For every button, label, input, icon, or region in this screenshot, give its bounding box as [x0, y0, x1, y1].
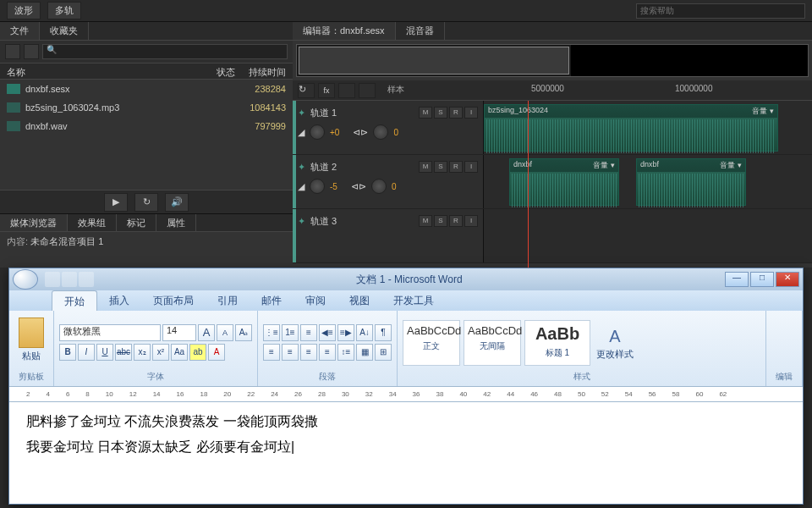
subscript-button[interactable]: x₂ — [134, 344, 151, 361]
italic-button[interactable]: I — [78, 344, 95, 361]
open-file-icon[interactable] — [24, 44, 39, 59]
solo-button[interactable]: S — [434, 161, 447, 173]
mute-button[interactable]: M — [419, 161, 432, 173]
font-name-select[interactable]: 微软雅黑 — [59, 324, 161, 341]
file-search-input[interactable]: 🔍 — [42, 44, 288, 59]
loop-button[interactable]: ↻ — [134, 193, 158, 212]
redo-icon[interactable] — [79, 272, 94, 287]
tab-markers[interactable]: 标记 — [117, 214, 156, 231]
tab-editor[interactable]: 编辑器：dnxbf.sesx — [293, 22, 396, 40]
col-duration[interactable]: 持续时间 — [235, 64, 286, 79]
help-search-input[interactable] — [636, 3, 805, 19]
ribbon-tab-7[interactable]: 开发工具 — [381, 290, 446, 311]
bold-button[interactable]: B — [59, 344, 76, 361]
close-button[interactable]: ✕ — [776, 272, 799, 287]
speaker-button[interactable]: 🔊 — [165, 193, 189, 212]
align-left-button[interactable]: ≡ — [263, 344, 280, 361]
track-name[interactable]: 轨道 1 — [310, 107, 414, 119]
borders-button[interactable]: ⊞ — [375, 344, 392, 361]
office-button[interactable] — [13, 269, 38, 290]
tab-mixer[interactable]: 混音器 — [396, 22, 445, 40]
file-row[interactable]: dnxbf.sesx 238284 — [0, 80, 293, 98]
file-row[interactable]: bz5sing_1063024.mp3 1084143 — [0, 98, 293, 117]
ribbon-tab-3[interactable]: 引用 — [206, 290, 250, 311]
waveform-mode-button[interactable]: 波形 — [7, 2, 41, 19]
send-icon[interactable] — [338, 83, 355, 98]
audio-clip[interactable]: dnxbf音量 ▾ — [636, 158, 746, 206]
font-size-select[interactable]: 14 — [162, 324, 196, 341]
track-header[interactable]: ✦ 轨道 3 M S R I — [293, 209, 484, 262]
change-case-button[interactable]: Aa — [171, 344, 188, 361]
word-titlebar[interactable]: 文档 1 - Microsoft Word — □ ✕ — [9, 268, 803, 290]
file-row[interactable]: dnxbf.wav 797999 — [0, 117, 293, 135]
style-item[interactable]: AaBbCcDd 正文 — [403, 320, 460, 366]
input-button[interactable]: I — [464, 215, 478, 227]
shading-button[interactable]: ▦ — [356, 344, 373, 361]
style-item[interactable]: AaBb 标题 1 — [524, 320, 590, 366]
track-name[interactable]: 轨道 2 — [310, 161, 414, 174]
superscript-button[interactable]: x² — [152, 344, 169, 361]
record-button[interactable]: R — [449, 215, 463, 227]
fx-icon[interactable]: fx — [318, 83, 335, 98]
track-header[interactable]: ✦ 轨道 2 M S R I ◢ -5 ⊲⊳ 0 — [293, 155, 484, 208]
multitrack-mode-button[interactable]: 多轨 — [47, 2, 81, 19]
solo-button[interactable]: S — [434, 215, 447, 227]
clear-format-button[interactable]: Aₐ — [235, 324, 252, 341]
pan-knob[interactable] — [373, 124, 388, 140]
overview-selection[interactable] — [299, 47, 569, 75]
paste-button[interactable]: 粘贴 — [14, 318, 48, 368]
tab-media-browser[interactable]: 媒体浏览器 — [0, 214, 68, 231]
audio-clip[interactable]: dnxbf音量 ▾ — [509, 158, 619, 206]
playhead[interactable] — [528, 101, 529, 268]
numbering-button[interactable]: 1≡ — [282, 324, 299, 341]
save-icon[interactable] — [45, 272, 60, 287]
track-name[interactable]: 轨道 3 — [310, 215, 414, 228]
multilevel-button[interactable]: ≡ — [300, 324, 317, 341]
tab-favorites[interactable]: 收藏夹 — [40, 22, 89, 40]
minimize-button[interactable]: — — [725, 272, 749, 287]
ribbon-tab-1[interactable]: 插入 — [97, 290, 141, 311]
mute-button[interactable]: M — [419, 107, 432, 119]
volume-knob[interactable] — [310, 124, 325, 140]
shrink-font-button[interactable]: A — [217, 324, 233, 341]
show-marks-button[interactable]: ¶ — [375, 324, 392, 341]
loop-icon[interactable]: ↻ — [298, 83, 315, 98]
sort-button[interactable]: A↓ — [356, 324, 373, 341]
ribbon-tab-6[interactable]: 视图 — [337, 290, 381, 311]
line-spacing-button[interactable]: ↕≡ — [337, 344, 354, 361]
highlight-button[interactable]: ab — [189, 344, 206, 361]
change-style-button[interactable]: A 更改样式 — [594, 324, 636, 361]
tab-effects[interactable]: 效果组 — [68, 214, 117, 231]
tab-files[interactable]: 文件 — [0, 22, 40, 40]
new-file-icon[interactable] — [5, 44, 20, 59]
underline-button[interactable]: U — [96, 344, 113, 361]
timeline-overview[interactable] — [296, 44, 809, 77]
maximize-button[interactable]: □ — [750, 272, 774, 287]
doc-line[interactable]: 肥料掺了金坷垃 不流失浪费蒸发 一袋能顶两袋撒 — [26, 409, 786, 434]
justify-button[interactable]: ≡ — [319, 344, 336, 361]
track-lane[interactable]: bz5sing_1063024音量 ▾ — [484, 101, 812, 154]
ribbon-tab-0[interactable]: 开始 — [52, 290, 97, 311]
align-right-button[interactable]: ≡ — [300, 344, 317, 361]
eq-icon[interactable] — [359, 83, 376, 98]
document-area[interactable]: 肥料掺了金坷垃 不流失浪费蒸发 一袋能顶两袋撒我要金坷垃 日本资源太缺乏 必须要… — [9, 402, 803, 504]
ribbon-tab-5[interactable]: 审阅 — [294, 290, 337, 311]
ribbon-tab-2[interactable]: 页面布局 — [141, 290, 206, 311]
pan-knob[interactable] — [371, 179, 387, 194]
col-name[interactable]: 名称 — [7, 64, 201, 79]
time-ruler[interactable]: 样本 5000000 10000000 — [387, 80, 807, 100]
indent-left-button[interactable]: ◀≡ — [319, 324, 336, 341]
track-header[interactable]: ✦ 轨道 1 M S R I ◢ +0 ⊲⊳ 0 — [293, 101, 484, 154]
input-button[interactable]: I — [464, 107, 478, 119]
font-color-button[interactable]: A — [208, 344, 225, 361]
grow-font-button[interactable]: A — [198, 324, 215, 341]
play-button[interactable]: ▶ — [104, 193, 128, 212]
record-button[interactable]: R — [449, 107, 463, 119]
ribbon-tab-4[interactable]: 邮件 — [250, 290, 294, 311]
solo-button[interactable]: S — [434, 107, 447, 119]
style-item[interactable]: AaBbCcDd 无间隔 — [464, 320, 521, 366]
volume-knob[interactable] — [310, 179, 325, 194]
indent-right-button[interactable]: ≡▶ — [337, 324, 354, 341]
input-button[interactable]: I — [464, 161, 478, 173]
doc-line[interactable]: 我要金坷垃 日本资源太缺乏 必须要有金坷垃 — [26, 434, 786, 460]
